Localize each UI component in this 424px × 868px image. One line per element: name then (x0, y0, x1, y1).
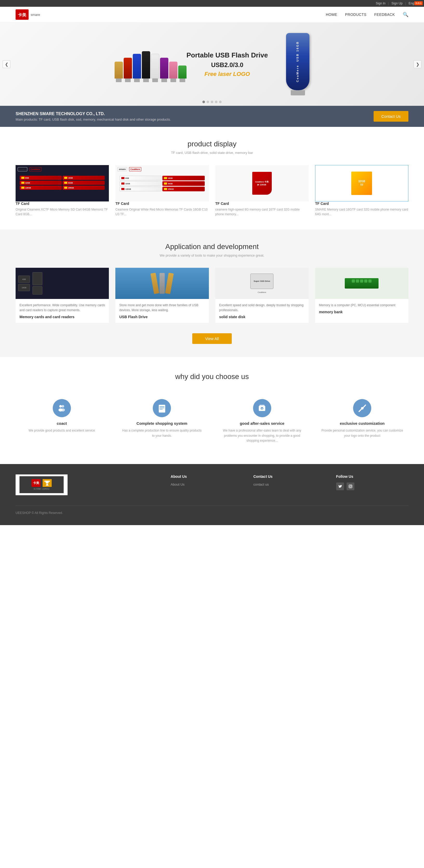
product-category-4: TF Card (315, 202, 409, 206)
product-grid: smare CeaMere 8GB 16GB 32GB 64GB 128GB 2… (15, 165, 409, 217)
info-bar: SHENZHEN SMARE TECHNOLOGY CO., LTD. Main… (0, 106, 424, 127)
app-card-body-memory: Excellent performance. Wide compatibilit… (15, 299, 109, 323)
footer-contact-col: Contact Us contact us (253, 474, 326, 498)
why-name-3: good after-sales service (221, 421, 303, 426)
footer-contact-link[interactable]: contact us (253, 483, 326, 486)
tf-item-w-128gb: 128GB (120, 187, 162, 191)
why-name-2: Complete shopping system (121, 421, 203, 426)
app-img-usb (116, 268, 208, 299)
product-img-1: smare CeaMere 8GB 16GB 32GB 64GB 128GB 2… (15, 165, 109, 202)
product-display-subtitle: TF card, USB flash drive, solid state dr… (15, 151, 409, 155)
why-section: why did you choose us coact We provide g… (0, 357, 424, 464)
info-bar-text: SHENZHEN SMARE TECHNOLOGY CO., LTD. Main… (15, 112, 171, 121)
copyright-text: UEESHOP © All Rights Reserved. (15, 511, 63, 515)
product-img-4: 热卖品 32GBTF (315, 165, 409, 202)
product-desc-3: ceamere high-speed 8G memory card 16TF c… (216, 207, 308, 217)
contact-us-button[interactable]: Contact Us (373, 111, 409, 122)
app-grid: 4GB 16GB Excellent performance. Wide com… (15, 268, 409, 323)
hero-dot-5[interactable] (219, 101, 222, 103)
app-card-memory[interactable]: 4GB 16GB Excellent performance. Wide com… (15, 268, 109, 323)
tf-item-16gb: 16GB (63, 176, 105, 180)
product-card-1[interactable]: smare CeaMere 8GB 16GB 32GB 64GB 128GB 2… (15, 165, 109, 217)
footer: 卡美 实力商家 • 品牌保证 (0, 464, 424, 525)
hero-dot-3[interactable] (211, 101, 213, 103)
hero-prev-button[interactable]: ❮ (3, 60, 10, 68)
footer-logo-col: 卡美 实力商家 • 品牌保证 (15, 474, 160, 498)
footer-contact-title: Contact Us (253, 474, 326, 478)
tf-item-64gb: 64GB (63, 181, 105, 185)
product-img-inner-2: smare CeaMere 8GB 16GB 32GB 64GB 128GB 2… (116, 165, 208, 202)
logo[interactable]: 卡美 smare (15, 9, 40, 20)
product-desc-1: Original Ceamere.XCTF Micro Memory SD Ca… (15, 207, 109, 217)
main-nav: HOME PRODUCTS FEEDBACK 🔍 (326, 12, 409, 18)
product-card-2[interactable]: smare CeaMere 8GB 16GB 32GB 64GB 128GB 2… (116, 165, 208, 217)
card-stack-2 (32, 272, 42, 294)
footer-follow-col: Follow Us (336, 474, 409, 498)
footer-logo-tagline: 实力商家 • 品牌保证 (34, 488, 50, 490)
card-stack: 4GB 16GB (18, 276, 30, 291)
why-icon-3: ★ (253, 399, 271, 417)
tf-item-w-8gb: 8GB (120, 176, 162, 180)
footer-about-link[interactable]: About Us (171, 483, 243, 486)
search-icon[interactable]: 🔍 (403, 12, 409, 18)
product-card-4[interactable]: 热卖品 32GBTF TF Card SMARE Memory card 16G… (315, 165, 409, 217)
app-name-ssd: solid state disk (219, 315, 305, 319)
app-card-usb[interactable]: Store more and get more done with three … (116, 268, 208, 323)
tf-item-r-256gb: 256GB (162, 187, 204, 191)
footer-logo-icon: 卡美 (31, 479, 40, 487)
micro-sd-1: 4GB (18, 276, 30, 283)
hero-dot-1[interactable] (202, 101, 205, 103)
footer-top: 卡美 实力商家 • 品牌保证 (15, 474, 409, 498)
hero-content: Portable USB Flash Drive USB2.0/3.0 Free… (0, 23, 424, 106)
hero-dot-2[interactable] (206, 101, 209, 103)
hero-line3: Free laser LOGO (187, 71, 268, 78)
product-display-section: product display TF card, USB flash drive… (0, 127, 424, 229)
product-display-title: product display (15, 140, 409, 148)
app-card-ssd[interactable]: Super SSD Drive CeaMere Excellent speed … (216, 268, 308, 323)
brand-smare-2: smare (118, 167, 127, 171)
product-img-inner-1: smare CeaMere 8GB 16GB 32GB 64GB 128GB 2… (15, 165, 109, 202)
nav-products[interactable]: PRODUCTS (345, 12, 367, 17)
product-img-inner-3: CeaMere·卡美▶ 128GB (216, 165, 308, 202)
why-title: why did you choose us (15, 373, 409, 381)
hero-next-button[interactable]: ❯ (414, 60, 421, 68)
tf-item-256gb: 256GB (63, 186, 105, 190)
app-desc-ram: Memory is a computer (PC, MCU) essential… (319, 303, 404, 308)
ram-chips (352, 279, 371, 283)
usb-silver (160, 273, 165, 294)
instagram-icon[interactable] (347, 483, 354, 490)
usb-arc (115, 41, 187, 88)
svg-point-16 (361, 407, 363, 409)
product-card-3[interactable]: CeaMere·卡美▶ 128GB TF Card ceamere high-s… (216, 165, 308, 217)
top-bar: Sign In | Sign Up | English (0, 0, 424, 7)
app-card-ram[interactable]: Memory is a computer (PC, MCU) essential… (315, 268, 409, 323)
ssd-box: Super SSD Drive (250, 274, 273, 289)
nav-home[interactable]: HOME (326, 12, 337, 17)
svg-rect-17 (46, 484, 48, 485)
footer-logo-brand: 卡美 (31, 479, 52, 487)
micro-sd-2: 16GB (18, 284, 30, 291)
footer-bottom: UEESHOP © All Rights Reserved. (15, 506, 409, 515)
hero-line2: USB2.0/3.0 (187, 61, 268, 69)
tf-card-grid-1: 8GB 16GB 32GB 64GB 128GB 256GB (18, 174, 107, 192)
header: 卡美 smare HOME PRODUCTS FEEDBACK 🔍 (0, 7, 424, 23)
nav-feedback[interactable]: FEEDBACK (374, 12, 395, 17)
usb-gold (151, 273, 159, 294)
svg-rect-21 (349, 485, 352, 488)
usb-connector (291, 90, 305, 95)
app-desc-memory: Excellent performance. Wide compatibilit… (20, 303, 105, 313)
hero-dot-4[interactable] (215, 101, 218, 103)
why-desc-2: Has a complete production line to ensure… (121, 428, 203, 438)
logo-text: smare (31, 13, 40, 17)
twitter-icon[interactable] (336, 483, 344, 490)
sign-up-link[interactable]: Sign Up (392, 2, 403, 5)
why-icon-4 (353, 399, 371, 417)
view-all-button[interactable]: View All (192, 333, 232, 344)
tf-card-grid-2: 8GB 16GB 32GB 64GB 128GB 256GB (118, 174, 206, 193)
footer-trophy-icon (43, 479, 52, 487)
tf-item-w-32gb: 32GB (120, 181, 162, 186)
svg-text:卡美: 卡美 (18, 12, 27, 17)
sign-in-link[interactable]: Sign In (376, 2, 385, 5)
app-img-ssd: Super SSD Drive CeaMere (216, 268, 308, 299)
hero-slider: Portable USB Flash Drive USB2.0/3.0 Free… (0, 23, 424, 106)
